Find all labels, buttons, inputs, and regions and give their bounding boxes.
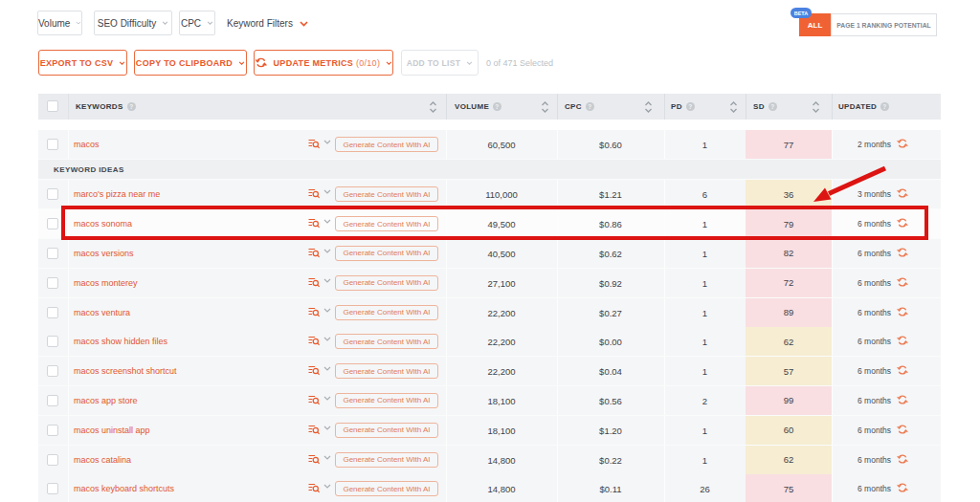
svg-text:?: ? — [588, 103, 591, 110]
svg-text:?: ? — [770, 103, 774, 110]
svg-text:?: ? — [883, 103, 887, 110]
svg-text:?: ? — [495, 103, 499, 110]
svg-text:?: ? — [688, 103, 692, 110]
svg-text:?: ? — [129, 103, 133, 110]
